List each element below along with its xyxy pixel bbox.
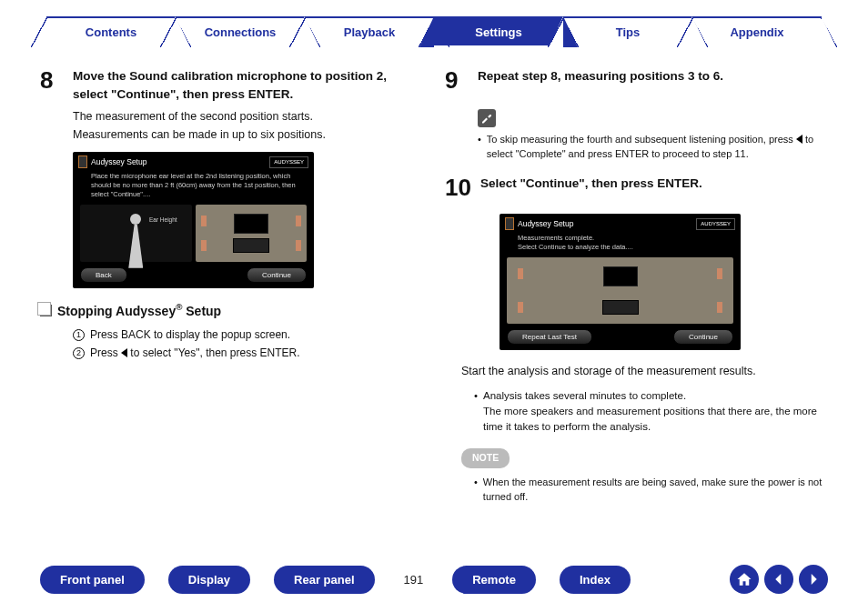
aud2-continue-button: Continue (673, 329, 733, 346)
square-bullet-icon (40, 305, 52, 316)
tab-connections[interactable]: Connections (176, 16, 305, 45)
speaker-icon (296, 240, 301, 251)
stopping-heading: Stopping Audyssey® Setup (40, 301, 423, 320)
sofa-icon (233, 238, 269, 253)
page-number: 191 (399, 573, 429, 587)
left-triangle-icon (121, 348, 127, 357)
prev-page-icon[interactable] (764, 565, 793, 594)
mic-icon (78, 156, 87, 168)
speaker-icon (296, 216, 301, 226)
speaker-icon (201, 216, 207, 226)
step-9-tip: To skip measuring the fourth and subsequ… (487, 133, 828, 162)
home-icon[interactable] (730, 565, 759, 594)
aud2-text-2: Select Continue to analyze the data.... (518, 243, 733, 252)
mic-icon (505, 217, 514, 230)
circled-2-icon: 2 (73, 347, 85, 359)
speaker-icon (518, 268, 523, 279)
step-8-title: Move the Sound calibration microphone to… (73, 64, 423, 103)
step-8-number: 8 (40, 64, 64, 98)
step-10-number: 10 (445, 171, 471, 206)
speaker-icon (518, 302, 523, 313)
aud2-title: Audyssey Setup (518, 218, 573, 229)
speaker-icon (717, 268, 722, 279)
stop-step-1: Press BACK to display the popup screen. (90, 327, 290, 343)
footer-index[interactable]: Index (560, 566, 631, 594)
tab-appendix[interactable]: Appendix (692, 16, 822, 45)
tv-icon (603, 266, 638, 286)
aud1-continue-button: Continue (247, 267, 307, 284)
person-icon (126, 214, 145, 268)
speaker-icon (717, 302, 722, 313)
aud2-repeat-button: Repeat Last Test (507, 329, 592, 346)
audyssey-screenshot-1: Audyssey Setup AUDYSSEY Place the microp… (73, 152, 314, 288)
aud2-brand: AUDYSSEY (696, 218, 735, 230)
note-text: When the measurement results are being s… (483, 476, 828, 505)
aud1-back-button: Back (80, 267, 127, 284)
aud1-text: Place the microphone ear level at the 2n… (73, 172, 314, 202)
footer-display[interactable]: Display (168, 566, 250, 594)
aud2-text-1: Measurements complete. (518, 234, 733, 243)
tab-tips[interactable]: Tips (563, 16, 692, 45)
footer-rear-panel[interactable]: Rear panel (274, 566, 374, 594)
step-8-body-2: Measurements can be made in up to six po… (73, 126, 423, 143)
tv-icon (234, 214, 268, 234)
top-tabs: Contents Connections Playback Settings T… (0, 16, 868, 45)
right-column: 9 Repeat step 8, measuring positions 3 t… (445, 64, 828, 513)
step-10-title: Select "Continue", then press ENTER. (480, 171, 702, 193)
step-9-number: 9 (445, 64, 469, 98)
analysis-bullet: Analysis takes several minutes to comple… (483, 388, 828, 434)
speaker-icon (201, 240, 207, 251)
sofa-icon (602, 300, 639, 315)
circled-1-icon: 1 (73, 329, 85, 341)
tab-settings[interactable]: Settings (434, 16, 563, 45)
note-label: NOTE (461, 448, 510, 467)
step-8-body-1: The measurement of the second position s… (73, 108, 423, 125)
wrench-icon (478, 109, 496, 127)
aud1-title: Audyssey Setup (91, 156, 146, 167)
audyssey-screenshot-2: Audyssey Setup AUDYSSEY Measurements com… (500, 214, 741, 350)
aud1-brand: AUDYSSEY (269, 156, 308, 168)
tab-playback[interactable]: Playback (305, 16, 434, 45)
stop-step-2: Press to select "Yes", then press ENTER. (90, 346, 300, 361)
next-page-icon[interactable] (799, 565, 828, 594)
tab-contents[interactable]: Contents (46, 16, 176, 45)
ear-height-label: Ear Height (149, 216, 177, 224)
analysis-intro: Start the analysis and storage of the me… (461, 363, 828, 379)
left-column: 8 Move the Sound calibration microphone … (40, 64, 423, 513)
footer-remote[interactable]: Remote (452, 566, 536, 594)
footer-front-panel[interactable]: Front panel (40, 566, 145, 594)
left-triangle-icon (796, 135, 802, 144)
step-9-title: Repeat step 8, measuring positions 3 to … (478, 64, 723, 85)
